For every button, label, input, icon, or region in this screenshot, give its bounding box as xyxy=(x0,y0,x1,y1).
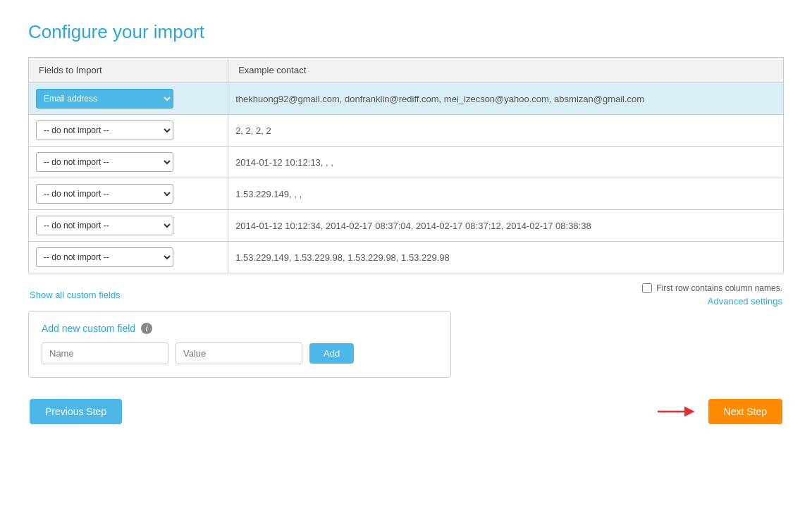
first-row-checkbox[interactable] xyxy=(642,283,652,293)
next-area: Next Step xyxy=(656,399,782,424)
custom-field-inputs: Add xyxy=(42,342,438,364)
field-select-5[interactable]: Email address-- do not import --First na… xyxy=(36,247,173,267)
table-row: Email address-- do not import --First na… xyxy=(29,178,784,210)
info-icon: i xyxy=(141,323,152,334)
table-row: Email address-- do not import --First na… xyxy=(29,147,784,178)
field-cell-0: Email address-- do not import --First na… xyxy=(29,83,228,115)
example-cell-3: 1.53.229.149, , , xyxy=(228,178,784,210)
footer-nav: Previous Step Next Step xyxy=(28,399,784,424)
field-select-2[interactable]: Email address-- do not import --First na… xyxy=(36,152,173,172)
col2-header: Example contact xyxy=(228,58,784,83)
field-cell-3: Email address-- do not import --First na… xyxy=(29,178,228,210)
field-cell-5: Email address-- do not import --First na… xyxy=(29,242,228,273)
field-select-4[interactable]: Email address-- do not import --First na… xyxy=(36,216,173,235)
example-cell-0: thekhuong92@gmail.com, donfranklin@redif… xyxy=(228,83,784,115)
first-row-label[interactable]: First row contains column names. xyxy=(642,283,782,293)
table-row: Email address-- do not import --First na… xyxy=(29,242,784,273)
show-custom-fields-link[interactable]: Show all custom fields xyxy=(30,290,121,300)
field-select-0[interactable]: Email address-- do not import --First na… xyxy=(36,89,173,109)
previous-step-button[interactable]: Previous Step xyxy=(30,399,122,424)
example-cell-1: 2, 2, 2, 2 xyxy=(228,115,784,147)
custom-field-name-input[interactable] xyxy=(42,342,168,364)
table-row: Email address-- do not import --First na… xyxy=(29,83,784,115)
arrow-container xyxy=(656,403,699,420)
add-custom-field-button[interactable]: Add xyxy=(309,343,354,364)
custom-field-title: Add new custom field i xyxy=(42,323,438,334)
page-title: Configure your import xyxy=(28,21,784,43)
field-cell-1: Email address-- do not import --First na… xyxy=(29,115,228,147)
first-row-text: First row contains column names. xyxy=(656,283,782,293)
example-cell-2: 2014-01-12 10:12:13, , , xyxy=(228,147,784,178)
advanced-settings-link[interactable]: Advanced settings xyxy=(708,296,782,307)
field-select-3[interactable]: Email address-- do not import --First na… xyxy=(36,184,173,204)
col1-header: Fields to Import xyxy=(29,58,228,83)
example-cell-5: 1.53.229.149, 1.53.229.98, 1.53.229.98, … xyxy=(228,242,784,273)
options-row: Show all custom fields First row contain… xyxy=(28,283,784,307)
custom-field-value-input[interactable] xyxy=(176,342,302,364)
table-row: Email address-- do not import --First na… xyxy=(29,115,784,147)
table-row: Email address-- do not import --First na… xyxy=(29,210,784,242)
next-step-button[interactable]: Next Step xyxy=(708,399,782,424)
field-cell-4: Email address-- do not import --First na… xyxy=(29,210,228,242)
field-select-1[interactable]: Email address-- do not import --First na… xyxy=(36,121,173,140)
next-step-arrow-icon xyxy=(656,403,699,420)
custom-field-title-text: Add new custom field xyxy=(42,323,135,334)
custom-field-box: Add new custom field i Add xyxy=(28,311,451,378)
right-options: First row contains column names. Advance… xyxy=(642,283,782,307)
field-cell-2: Email address-- do not import --First na… xyxy=(29,147,228,178)
import-table: Fields to Import Example contact Email a… xyxy=(28,57,784,273)
example-cell-4: 2014-01-12 10:12:34, 2014-02-17 08:37:04… xyxy=(228,210,784,242)
